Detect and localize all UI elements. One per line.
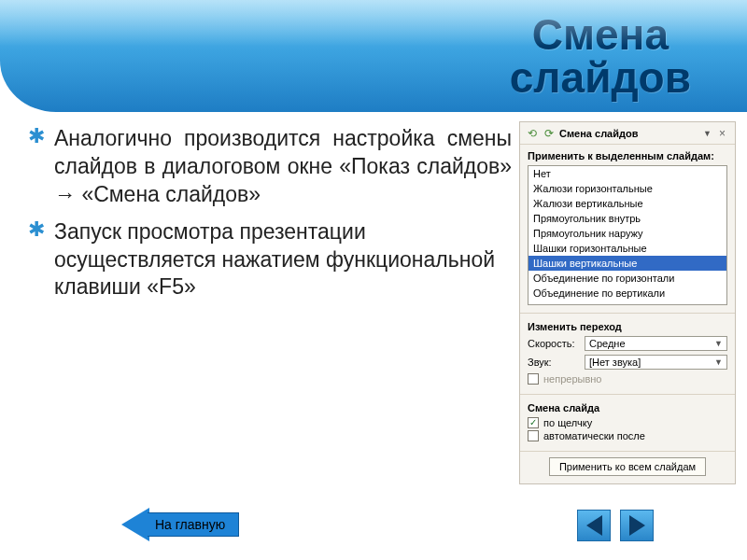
- chevron-down-icon: ▼: [714, 339, 723, 348]
- option[interactable]: Жалюзи вертикальные: [529, 196, 726, 211]
- transition-section: Изменить переход Скорость: Средне ▼ Звук…: [520, 315, 735, 392]
- auto-after-row[interactable]: автоматически после: [528, 430, 727, 441]
- sound-label: Звук:: [528, 357, 579, 368]
- speed-select[interactable]: Средне ▼: [585, 336, 727, 351]
- chevron-down-icon: ▼: [714, 357, 723, 367]
- option[interactable]: Прямоугольник наружу: [529, 226, 726, 241]
- auto-after-checkbox[interactable]: [528, 430, 539, 441]
- chevron-down-icon[interactable]: ▼: [703, 129, 712, 138]
- sound-select[interactable]: [Нет звука] ▼: [585, 355, 727, 370]
- title-banner: Смена слайдов: [0, 0, 747, 112]
- slide-transition-panel: ⟲ ⟳ Смена слайдов ▼ × Применить к выделе…: [519, 121, 736, 484]
- list-item: ✱ Аналогично производится настройка смен…: [28, 125, 512, 209]
- slide-title: Смена слайдов: [510, 13, 691, 99]
- apply-label: Применить к выделенным слайдам:: [528, 150, 727, 161]
- speed-value: Средне: [589, 338, 626, 349]
- bullet-icon: ✱: [28, 125, 45, 209]
- option[interactable]: Шашки горизонтальные: [529, 241, 726, 256]
- option[interactable]: Объединение по горизонтали: [529, 271, 726, 286]
- close-icon[interactable]: ×: [715, 126, 729, 140]
- loop-checkbox-row: непрерывно: [528, 373, 727, 385]
- next-slide-button[interactable]: [620, 510, 654, 541]
- on-click-row[interactable]: ✓ по щелчку: [528, 417, 727, 428]
- apply-all-button[interactable]: Применить ко всем слайдам: [549, 457, 706, 476]
- content-area: ✱ Аналогично производится настройка смен…: [0, 112, 747, 484]
- auto-after-label: автоматически после: [543, 430, 645, 441]
- prev-slide-button[interactable]: [577, 510, 611, 541]
- sound-row: Звук: [Нет звука] ▼: [528, 355, 727, 370]
- speed-row: Скорость: Средне ▼: [528, 336, 727, 351]
- arrow-left-icon: [121, 508, 149, 541]
- forward-icon[interactable]: ⟳: [543, 127, 556, 140]
- triangle-right-icon: [629, 515, 645, 536]
- on-click-label: по щелчку: [543, 417, 592, 428]
- option[interactable]: Объединение по вертикали: [529, 286, 726, 301]
- option[interactable]: Прямоугольник внутрь: [529, 211, 726, 226]
- loop-checkbox: [528, 373, 539, 385]
- slide-nav: [577, 510, 654, 541]
- bullet-text: Аналогично производится настройка смены …: [54, 125, 512, 209]
- option-none[interactable]: Нет: [529, 166, 726, 181]
- bullet-text: Запуск просмотра презентации осуществляе…: [54, 218, 512, 302]
- on-click-checkbox[interactable]: ✓: [528, 417, 539, 428]
- advance-label: Смена слайда: [528, 402, 727, 413]
- transition-label: Изменить переход: [528, 321, 727, 332]
- list-item: ✱ Запуск просмотра презентации осуществл…: [28, 218, 512, 302]
- sound-value: [Нет звука]: [589, 357, 641, 368]
- title-line-2: слайдов: [510, 56, 691, 99]
- bullet-icon: ✱: [28, 218, 45, 302]
- apply-section: Применить к выделенным слайдам: Нет Жалю…: [520, 145, 735, 311]
- home-label: На главную: [148, 512, 239, 537]
- loop-label: непрерывно: [543, 373, 601, 385]
- option[interactable]: Жалюзи горизонтальные: [529, 181, 726, 196]
- panel-title: Смена слайдов: [559, 128, 699, 139]
- option-selected[interactable]: Шашки вертикальные: [529, 256, 726, 271]
- advance-section: Смена слайда ✓ по щелчку автоматически п…: [520, 397, 735, 449]
- triangle-left-icon: [586, 515, 602, 536]
- bullet-list: ✱ Аналогично производится настройка смен…: [28, 121, 512, 484]
- back-icon[interactable]: ⟲: [526, 127, 539, 140]
- title-line-1: Смена: [510, 13, 691, 56]
- home-link[interactable]: На главную: [121, 508, 239, 541]
- transition-listbox[interactable]: Нет Жалюзи горизонтальные Жалюзи вертика…: [528, 165, 727, 305]
- speed-label: Скорость:: [528, 338, 579, 349]
- panel-header: ⟲ ⟳ Смена слайдов ▼ ×: [520, 122, 735, 145]
